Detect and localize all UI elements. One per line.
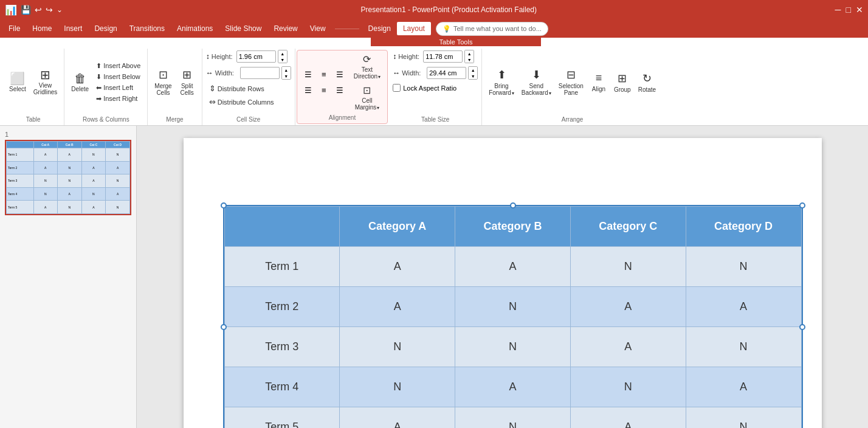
menu-file[interactable]: File <box>2 22 26 35</box>
width-input[interactable] <box>240 67 280 79</box>
table-width-spinner[interactable]: ▲ ▼ <box>468 66 478 80</box>
row-1-col-3[interactable]: N <box>570 247 686 287</box>
handle-middle-right[interactable] <box>799 324 805 330</box>
header-col-1[interactable]: Category A <box>340 207 455 247</box>
menu-design[interactable]: Design <box>88 22 123 35</box>
header-col-4[interactable]: Category D <box>686 207 801 247</box>
row-1-col-4[interactable]: N <box>686 247 801 287</box>
menu-animations[interactable]: Animations <box>171 22 219 35</box>
row-4-col-1[interactable]: N <box>340 367 455 407</box>
menu-slideshow[interactable]: Slide Show <box>219 22 267 35</box>
slide-thumbnail[interactable]: Cat A Cat B Cat C Cat D Term 1 A A <box>5 140 131 215</box>
align-top-right[interactable]: ☰ <box>332 67 347 81</box>
align-button[interactable]: ≡ Align <box>588 70 610 94</box>
table-width-up[interactable]: ▲ <box>469 67 477 73</box>
table-width-input[interactable] <box>427 67 466 79</box>
split-cells-button[interactable]: ⊞ SplitCells <box>176 66 198 98</box>
undo-icon[interactable]: ↩ <box>35 5 42 15</box>
cell-margins-button[interactable]: ⊡ CellMargins▾ <box>352 83 383 112</box>
align-middle-center[interactable]: ≡ <box>317 83 331 97</box>
row-4-col-0[interactable]: Term 4 <box>224 367 340 407</box>
text-direction-button[interactable]: ⟳ TextDirection▾ <box>351 52 384 81</box>
row-4-col-2[interactable]: A <box>455 367 571 407</box>
width-down[interactable]: ▼ <box>282 73 291 79</box>
maximize-btn[interactable]: □ <box>846 5 851 15</box>
height-up[interactable]: ▲ <box>278 50 287 57</box>
select-button[interactable]: ⬜ Select <box>6 71 29 94</box>
redo-icon[interactable]: ↪ <box>46 5 53 15</box>
row-4-col-4[interactable]: A <box>686 367 801 407</box>
header-col-2[interactable]: Category B <box>455 207 571 247</box>
slide-canvas[interactable]: Category A Category B Category C Categor… <box>184 138 822 428</box>
row-1-col-0[interactable]: Term 1 <box>224 247 340 287</box>
row-5-col-2[interactable]: N <box>455 407 571 429</box>
insert-below-button[interactable]: ⬇ Insert Below <box>93 72 143 82</box>
align-middle-left[interactable]: ☰ <box>301 83 315 97</box>
menu-table-design[interactable]: Design <box>362 22 397 35</box>
distribute-rows-button[interactable]: ⇕ Distribute Rows <box>206 83 291 94</box>
row-1-col-2[interactable]: A <box>455 247 571 287</box>
row-5-col-4[interactable]: N <box>686 407 801 429</box>
slide-table[interactable]: Category A Category B Category C Categor… <box>224 206 802 428</box>
row-5-col-1[interactable]: A <box>340 407 455 429</box>
menu-transitions[interactable]: Transitions <box>123 22 171 35</box>
customize-icon[interactable]: ⌄ <box>57 5 63 14</box>
row-1-col-1[interactable]: A <box>340 247 455 287</box>
insert-left-button[interactable]: ⬅ Insert Left <box>93 83 143 93</box>
tell-me-bar[interactable]: 💡 Tell me what you want to do... <box>436 22 548 36</box>
row-2-col-0[interactable]: Term 2 <box>224 287 340 327</box>
row-2-col-3[interactable]: A <box>570 287 686 327</box>
tell-me-text[interactable]: Tell me what you want to do... <box>453 25 542 32</box>
table-height-down[interactable]: ▼ <box>465 57 474 63</box>
insert-above-button[interactable]: ⬆ Insert Above <box>93 61 143 71</box>
insert-right-button[interactable]: ➡ Insert Right <box>93 94 143 104</box>
handle-middle-left[interactable] <box>221 324 227 330</box>
selection-pane-button[interactable]: ⊟ SelectionPane <box>556 66 587 98</box>
table-height-spinner[interactable]: ▲ ▼ <box>464 50 474 63</box>
row-2-col-4[interactable]: A <box>686 287 801 327</box>
merge-cells-button[interactable]: ⊡ MergeCells <box>151 66 174 98</box>
group-button[interactable]: ⊞ Group <box>611 70 634 95</box>
table-wrapper[interactable]: Category A Category B Category C Categor… <box>223 205 803 428</box>
row-3-col-1[interactable]: N <box>340 327 455 367</box>
close-btn[interactable]: ✕ <box>856 5 863 15</box>
row-5-col-3[interactable]: A <box>570 407 686 429</box>
width-up[interactable]: ▲ <box>282 67 291 73</box>
table-width-down[interactable]: ▼ <box>469 73 477 79</box>
handle-top-right[interactable] <box>799 202 805 209</box>
menu-review[interactable]: Review <box>267 22 303 35</box>
handle-top-left[interactable] <box>221 202 227 209</box>
header-col-3[interactable]: Category C <box>570 207 686 247</box>
row-3-col-0[interactable]: Term 3 <box>224 327 340 367</box>
width-spinner[interactable]: ▲ ▼ <box>281 66 291 80</box>
align-top-left[interactable]: ☰ <box>301 67 315 81</box>
row-4-col-3[interactable]: N <box>570 367 686 407</box>
handle-top-center[interactable] <box>510 202 516 209</box>
bring-forward-button[interactable]: ⬆ BringForward▾ <box>486 66 517 98</box>
height-input[interactable] <box>236 50 276 63</box>
rotate-button[interactable]: ↻ Rotate <box>635 70 659 95</box>
menu-layout[interactable]: Layout <box>397 22 431 35</box>
row-3-col-2[interactable]: N <box>455 327 571 367</box>
table-height-input[interactable] <box>423 50 463 63</box>
quick-save[interactable]: 💾 <box>21 5 31 15</box>
row-2-col-2[interactable]: N <box>455 287 571 327</box>
distribute-cols-button[interactable]: ⇔ Distribute Columns <box>206 96 291 108</box>
row-5-col-0[interactable]: Term 5 <box>224 407 340 429</box>
lock-aspect-ratio-checkbox[interactable] <box>393 84 401 92</box>
row-3-col-4[interactable]: N <box>686 327 801 367</box>
table-height-up[interactable]: ▲ <box>465 50 474 57</box>
menu-home[interactable]: Home <box>26 22 58 35</box>
delete-button[interactable]: 🗑 Delete <box>68 71 92 94</box>
height-down[interactable]: ▼ <box>278 57 287 63</box>
menu-insert[interactable]: Insert <box>58 22 88 35</box>
row-3-col-3[interactable]: A <box>570 327 686 367</box>
align-top-center[interactable]: ≡ <box>317 67 331 81</box>
align-middle-right[interactable]: ☰ <box>332 83 347 97</box>
height-spinner[interactable]: ▲ ▼ <box>278 50 288 63</box>
minimize-btn[interactable]: ─ <box>835 5 841 15</box>
send-backward-button[interactable]: ⬇ SendBackward▾ <box>518 66 554 98</box>
menu-view[interactable]: View <box>304 22 332 35</box>
view-gridlines-button[interactable]: ⊞ ViewGridlines <box>30 67 60 97</box>
row-2-col-1[interactable]: A <box>340 287 455 327</box>
